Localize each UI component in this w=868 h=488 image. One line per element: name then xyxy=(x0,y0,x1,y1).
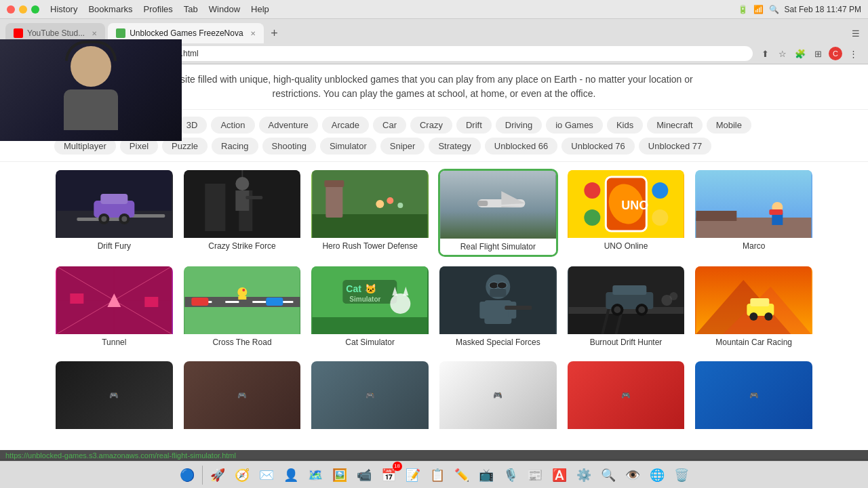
game-card-masked[interactable]: Masked Special Forces xyxy=(438,265,558,352)
preview-dock-icon[interactable]: 👁️ xyxy=(622,464,644,486)
window-controls[interactable] xyxy=(7,5,39,14)
dock-icon-trash[interactable]: 🗑️ xyxy=(671,464,692,486)
game-card-cross-road[interactable]: Cross The Road xyxy=(182,265,302,352)
cat-btn-io-games[interactable]: io Games xyxy=(546,117,603,134)
cat-btn-mobile[interactable]: Mobile xyxy=(707,117,751,134)
dock-icon-safari[interactable]: 🧭 xyxy=(231,464,253,486)
dock-icon-freeform[interactable]: ✏️ xyxy=(451,464,473,486)
safari-dock-icon[interactable]: 🧭 xyxy=(231,464,253,486)
game-card-r3[interactable]: 🎮 xyxy=(310,360,430,437)
dock-icon-mail[interactable]: ✉️ xyxy=(256,464,277,486)
cat-btn-minecraft[interactable]: Minecraft xyxy=(647,117,702,134)
notes-dock-icon[interactable]: 📝 xyxy=(402,464,424,486)
dock-icon-sysprefs[interactable]: ⚙️ xyxy=(573,464,595,486)
mail-dock-icon[interactable]: ✉️ xyxy=(256,464,277,486)
cat-btn-unblocked-66[interactable]: Unblocked 66 xyxy=(485,138,558,155)
dock-icon-photos[interactable]: 🖼️ xyxy=(329,464,351,486)
tab-unblocked-close[interactable]: ✕ xyxy=(250,30,256,37)
game-card-r5[interactable]: 🎮 xyxy=(566,360,686,437)
cat-btn-simulator[interactable]: Simulator xyxy=(320,138,376,155)
sysprefs-dock-icon[interactable]: ⚙️ xyxy=(573,464,595,486)
dock-icon-preview[interactable]: 👁️ xyxy=(622,464,644,486)
bookmark-icon[interactable]: ☆ xyxy=(776,47,789,60)
game-card-r4[interactable]: 🎮 xyxy=(438,360,558,437)
menu-tab[interactable]: Tab xyxy=(184,4,198,14)
dock-icon-contacts[interactable]: 👤 xyxy=(280,464,302,486)
dock-icon-tv[interactable]: 📺 xyxy=(475,464,497,486)
menu-history[interactable]: History xyxy=(50,4,77,14)
menu-window[interactable]: Window xyxy=(209,4,240,14)
sidebar-toggle-icon[interactable]: ☰ xyxy=(849,26,863,40)
menu-bar[interactable]: History Bookmarks Profiles Tab Window He… xyxy=(50,4,269,14)
facetime-dock-icon[interactable]: 📹 xyxy=(353,464,375,486)
reader-mode-icon[interactable]: ⊞ xyxy=(811,47,825,60)
close-button[interactable] xyxy=(7,5,15,14)
cat-btn-car[interactable]: Car xyxy=(373,117,406,134)
cat-btn-kids[interactable]: Kids xyxy=(607,117,643,134)
podcasts-dock-icon[interactable]: 🎙️ xyxy=(500,464,521,486)
reminders-dock-icon[interactable]: 📋 xyxy=(427,464,448,486)
cat-btn-sniper[interactable]: Sniper xyxy=(380,138,425,155)
menu-bookmarks[interactable]: Bookmarks xyxy=(88,4,132,14)
dock-icon-finder[interactable]: 🔵 xyxy=(176,464,198,486)
new-tab-button[interactable]: + xyxy=(267,25,283,41)
maximize-button[interactable] xyxy=(31,5,39,14)
dock-icon-launchpad[interactable]: 🚀 xyxy=(207,464,229,486)
tv-dock-icon[interactable]: 📺 xyxy=(475,464,497,486)
dock-icon-maps[interactable]: 🗺️ xyxy=(304,464,326,486)
dock-icon-notes[interactable]: 📝 xyxy=(402,464,424,486)
game-card-crazy-strike[interactable]: Crazy Strike Force xyxy=(182,169,302,257)
search-icon[interactable]: 🔍 xyxy=(769,5,779,14)
game-card-drift-fury[interactable]: Drift Fury xyxy=(54,169,174,257)
news-dock-icon[interactable]: 📰 xyxy=(524,464,546,486)
game-card-r6[interactable]: 🎮 xyxy=(694,360,814,437)
share-icon[interactable]: ⬆ xyxy=(758,47,772,60)
cat-btn-crazy[interactable]: Crazy xyxy=(410,117,452,134)
photos-dock-icon[interactable]: 🖼️ xyxy=(329,464,351,486)
freeform-dock-icon[interactable]: ✏️ xyxy=(451,464,473,486)
more-options-icon[interactable]: ⋮ xyxy=(846,47,860,60)
dock-icon-news[interactable]: 📰 xyxy=(524,464,546,486)
game-card-mountain[interactable]: Mountain Car Racing xyxy=(694,265,814,352)
dock-icon-chrome[interactable]: 🌐 xyxy=(646,464,668,486)
game-card-burnout[interactable]: Burnout Drift Hunter xyxy=(566,265,686,352)
extension-icon[interactable]: 🧩 xyxy=(793,47,807,60)
game-card-marco[interactable]: Marco xyxy=(694,169,814,257)
cat-btn-unblocked-76[interactable]: Unblocked 76 xyxy=(561,138,635,155)
dock-icon-podcasts[interactable]: 🎙️ xyxy=(500,464,521,486)
menu-profiles[interactable]: Profiles xyxy=(143,4,172,14)
cat-btn-adventure[interactable]: Adventure xyxy=(259,117,318,134)
game-card-uno[interactable]: UNO UNO Online xyxy=(566,169,686,257)
cat-btn-shooting[interactable]: Shooting xyxy=(262,138,316,155)
cat-btn-action[interactable]: Action xyxy=(211,117,254,134)
launchpad-dock-icon[interactable]: 🚀 xyxy=(207,464,229,486)
dock-icon-reminders[interactable]: 📋 xyxy=(427,464,448,486)
cat-btn-driving[interactable]: Driving xyxy=(496,117,542,134)
cat-btn-drift[interactable]: Drift xyxy=(456,117,492,134)
spotlight-dock-icon[interactable]: 🔍 xyxy=(597,464,619,486)
game-card-hero-rush[interactable]: Hero Rush Tower Defense xyxy=(310,169,430,257)
contacts-dock-icon[interactable]: 👤 xyxy=(280,464,302,486)
minimize-button[interactable] xyxy=(19,5,27,14)
cat-btn-unblocked-77[interactable]: Unblocked 77 xyxy=(639,138,712,155)
dock-icon-spotlight[interactable]: 🔍 xyxy=(597,464,619,486)
chrome-dock-icon[interactable]: 🌐 xyxy=(646,464,668,486)
trash-dock-icon[interactable]: 🗑️ xyxy=(671,464,692,486)
game-card-real-flight[interactable]: Real Flight Simulator xyxy=(438,169,558,257)
game-card-r1[interactable]: 🎮 xyxy=(54,360,174,437)
maps-dock-icon[interactable]: 🗺️ xyxy=(304,464,326,486)
dock-icon-facetime[interactable]: 📹 xyxy=(353,464,375,486)
dock-icon-appstore[interactable]: 🅰️ xyxy=(549,464,570,486)
tab-youtube-close[interactable]: ✕ xyxy=(92,30,97,37)
appstore-dock-icon[interactable]: 🅰️ xyxy=(549,464,570,486)
cat-btn-strategy[interactable]: Strategy xyxy=(429,138,480,155)
profile-icon[interactable]: C xyxy=(829,47,842,60)
game-card-r2[interactable]: 🎮 xyxy=(182,360,302,437)
cat-btn-arcade[interactable]: Arcade xyxy=(322,117,369,134)
cat-btn-racing[interactable]: Racing xyxy=(212,138,258,155)
game-card-tunnel[interactable]: Tunnel xyxy=(54,265,174,352)
menu-help[interactable]: Help xyxy=(251,4,269,14)
dock-icon-calendar[interactable]: 18📅 xyxy=(378,464,399,486)
finder-dock-icon[interactable]: 🔵 xyxy=(176,464,198,486)
game-card-cat-sim[interactable]: Cat 🐱 Simulator Cat Simulator xyxy=(310,265,430,352)
